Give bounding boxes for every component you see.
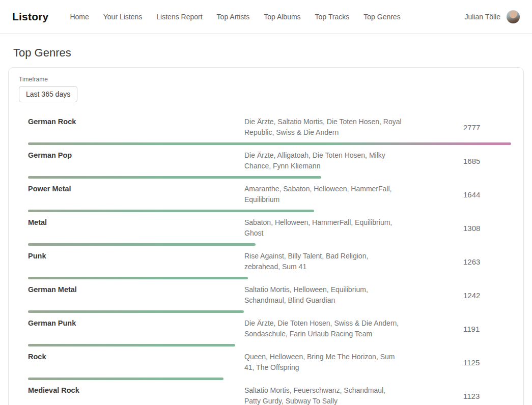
genre-row: German Metal Saltatio Mortis, Helloween,… xyxy=(9,279,523,313)
genre-list: German Rock Die Ärzte, Saltatio Mortis, … xyxy=(9,111,523,405)
nav-link-your-listens[interactable]: Your Listens xyxy=(103,13,143,21)
genre-artists: Die Ärzte, Saltatio Mortis, Die Toten Ho… xyxy=(244,117,403,138)
genre-row: Power Metal Amaranthe, Sabaton, Hellowee… xyxy=(9,179,523,212)
genre-row: German Punk Die Ärzte, Die Toten Hosen, … xyxy=(9,313,523,346)
genre-row: German Rock Die Ärzte, Saltatio Mortis, … xyxy=(9,111,523,145)
nav-link-top-artists[interactable]: Top Artists xyxy=(217,13,250,21)
genre-artists: Saltatio Mortis, Feuerschwanz, Schandmau… xyxy=(244,385,403,405)
genre-row: Metal Sabaton, Helloween, HammerFall, Eq… xyxy=(9,212,523,246)
genre-count: 1242 xyxy=(463,291,511,300)
nav-link-top-genres[interactable]: Top Genres xyxy=(363,13,400,21)
genre-artists: Saltatio Mortis, Helloween, Equilibrium,… xyxy=(244,284,403,306)
genre-artists: Sabaton, Helloween, HammerFall, Equilibr… xyxy=(244,217,403,239)
genre-row: Punk Rise Against, Billy Talent, Bad Rel… xyxy=(9,246,523,279)
main-content: Top Genres Timeframe Last 365 days Germa… xyxy=(0,46,532,405)
genre-name: German Rock xyxy=(28,117,244,126)
nav-link-listens-report[interactable]: Listens Report xyxy=(156,13,202,21)
genre-artists: Die Ärzte, Alligatoah, Die Toten Hosen, … xyxy=(244,150,403,171)
genre-count: 2777 xyxy=(463,123,511,132)
app-logo[interactable]: Listory xyxy=(12,11,48,23)
genre-count: 1308 xyxy=(463,224,511,233)
genre-artists: Amaranthe, Sabaton, Helloween, HammerFal… xyxy=(244,184,403,205)
nav-link-home[interactable]: Home xyxy=(70,13,89,21)
genre-name: German Metal xyxy=(28,284,244,294)
genre-count: 1644 xyxy=(463,190,511,199)
genre-name: Power Metal xyxy=(28,184,244,193)
genre-count: 1123 xyxy=(463,392,511,400)
nav-link-top-albums[interactable]: Top Albums xyxy=(264,13,300,21)
genre-count: 1191 xyxy=(463,325,511,333)
genre-artists: Die Ärzte, Die Toten Hosen, Swiss & Die … xyxy=(244,318,403,339)
genre-name: German Punk xyxy=(28,318,244,327)
user-avatar[interactable] xyxy=(507,10,520,23)
genre-name: Punk xyxy=(28,251,244,260)
page-title: Top Genres xyxy=(0,46,532,60)
genre-row: Rock Queen, Helloween, Bring Me The Hori… xyxy=(9,346,523,380)
genre-artists: Rise Against, Billy Talent, Bad Religion… xyxy=(244,251,403,272)
genre-count: 1685 xyxy=(463,157,511,165)
timeframe-label: Timeframe xyxy=(19,76,513,83)
genre-row: German Pop Die Ärzte, Alligatoah, Die To… xyxy=(9,145,523,179)
user-name: Julian Tölle xyxy=(464,13,500,21)
genre-name: Metal xyxy=(28,217,244,226)
timeframe-select[interactable]: Last 365 days xyxy=(19,86,77,102)
genre-artists: Queen, Helloween, Bring Me The Horizon, … xyxy=(244,352,403,373)
genre-row: Medieval Rock Saltatio Mortis, Feuerschw… xyxy=(9,380,523,405)
genre-name: Rock xyxy=(28,352,244,361)
nav-links: Home Your Listens Listens Report Top Art… xyxy=(70,13,464,21)
top-navigation: Listory Home Your Listens Listens Report… xyxy=(0,0,532,34)
user-menu[interactable]: Julian Tölle xyxy=(464,10,520,23)
top-genres-card: Timeframe Last 365 days German Rock Die … xyxy=(8,67,524,405)
genre-name: German Pop xyxy=(28,150,244,159)
nav-link-top-tracks[interactable]: Top Tracks xyxy=(315,13,350,21)
genre-name: Medieval Rock xyxy=(28,385,244,394)
genre-count: 1263 xyxy=(463,257,511,266)
genre-count: 1125 xyxy=(463,358,511,367)
timeframe-filter: Timeframe Last 365 days xyxy=(9,76,523,102)
